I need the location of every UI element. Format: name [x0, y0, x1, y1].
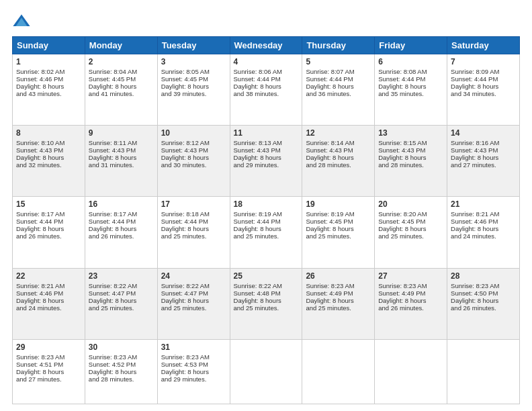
- day-info: Sunrise: 8:10 AM: [16, 139, 81, 146]
- day-info: and 25 minutes.: [161, 232, 226, 240]
- day-info: Sunrise: 8:17 AM: [16, 210, 81, 218]
- day-info: and 28 minutes.: [378, 161, 443, 169]
- day-info: Sunrise: 8:23 AM: [16, 353, 81, 361]
- day-info: and 36 minutes.: [306, 90, 371, 97]
- day-info: Daylight: 8 hours: [451, 225, 516, 232]
- day-info: Sunset: 4:47 PM: [89, 289, 154, 297]
- day-info: Sunset: 4:44 PM: [16, 218, 81, 225]
- day-number: 27: [378, 271, 443, 281]
- day-info: Sunset: 4:50 PM: [451, 289, 516, 297]
- day-info: and 41 minutes.: [89, 90, 154, 97]
- logo-icon: [12, 12, 31, 31]
- day-info: Sunrise: 8:22 AM: [89, 282, 154, 289]
- day-info: Daylight: 8 hours: [16, 225, 81, 232]
- day-info: Daylight: 8 hours: [161, 297, 226, 304]
- day-info: Sunset: 4:45 PM: [378, 218, 443, 225]
- day-number: 3: [161, 57, 226, 66]
- table-row: 30Sunrise: 8:23 AMSunset: 4:52 PMDayligh…: [85, 339, 157, 404]
- header: [12, 12, 520, 31]
- day-info: Daylight: 8 hours: [89, 225, 154, 232]
- table-row: 10Sunrise: 8:12 AMSunset: 4:43 PMDayligh…: [157, 126, 230, 197]
- table-row: 31Sunrise: 8:23 AMSunset: 4:53 PMDayligh…: [157, 339, 230, 404]
- day-info: Sunset: 4:45 PM: [89, 75, 154, 83]
- table-row: 22Sunrise: 8:21 AMSunset: 4:46 PMDayligh…: [13, 268, 85, 339]
- day-info: Sunset: 4:44 PM: [89, 218, 154, 225]
- day-info: Sunset: 4:43 PM: [16, 146, 81, 154]
- calendar-week-1: 1Sunrise: 8:02 AMSunset: 4:46 PMDaylight…: [13, 54, 520, 126]
- logo: [12, 12, 34, 31]
- day-info: Sunset: 4:47 PM: [161, 289, 226, 297]
- day-info: Sunset: 4:52 PM: [89, 361, 154, 368]
- table-row: 5Sunrise: 8:07 AMSunset: 4:44 PMDaylight…: [302, 54, 375, 126]
- day-info: Daylight: 8 hours: [16, 83, 81, 90]
- day-info: and 35 minutes.: [378, 90, 443, 97]
- day-info: Sunrise: 8:18 AM: [161, 210, 226, 218]
- day-info: and 27 minutes.: [451, 161, 516, 169]
- day-number: 28: [451, 271, 516, 281]
- day-number: 22: [16, 271, 81, 281]
- col-wednesday: Wednesday: [230, 37, 302, 54]
- day-info: Sunset: 4:43 PM: [161, 146, 226, 154]
- table-row: 4Sunrise: 8:06 AMSunset: 4:44 PMDaylight…: [230, 54, 302, 126]
- day-info: and 43 minutes.: [16, 90, 81, 97]
- day-number: 16: [89, 199, 154, 209]
- table-row: 14Sunrise: 8:16 AMSunset: 4:43 PMDayligh…: [447, 126, 520, 197]
- day-info: Daylight: 8 hours: [16, 368, 81, 375]
- day-info: Sunrise: 8:17 AM: [89, 210, 154, 218]
- day-info: and 26 minutes.: [378, 304, 443, 312]
- table-row: 25Sunrise: 8:22 AMSunset: 4:48 PMDayligh…: [230, 268, 302, 339]
- day-info: and 31 minutes.: [89, 161, 154, 169]
- day-info: and 28 minutes.: [306, 161, 371, 169]
- day-info: Daylight: 8 hours: [451, 297, 516, 304]
- day-info: Daylight: 8 hours: [306, 154, 371, 161]
- day-info: and 26 minutes.: [451, 304, 516, 312]
- calendar-header-row: Sunday Monday Tuesday Wednesday Thursday…: [13, 37, 520, 54]
- day-info: Sunrise: 8:23 AM: [378, 282, 443, 289]
- day-number: 2: [89, 57, 154, 66]
- day-info: and 25 minutes.: [234, 304, 299, 312]
- day-info: Sunset: 4:53 PM: [161, 361, 226, 368]
- day-info: Daylight: 8 hours: [234, 225, 299, 232]
- day-number: 24: [161, 271, 226, 281]
- table-row: 9Sunrise: 8:11 AMSunset: 4:43 PMDaylight…: [85, 126, 157, 197]
- table-row: 29Sunrise: 8:23 AMSunset: 4:51 PMDayligh…: [13, 339, 85, 404]
- day-info: and 34 minutes.: [451, 90, 516, 97]
- table-row: 26Sunrise: 8:23 AMSunset: 4:49 PMDayligh…: [302, 268, 375, 339]
- day-number: 29: [16, 342, 81, 352]
- day-info: and 29 minutes.: [161, 375, 226, 383]
- day-info: Sunset: 4:43 PM: [234, 146, 299, 154]
- day-info: Sunrise: 8:04 AM: [89, 68, 154, 75]
- table-row: 2Sunrise: 8:04 AMSunset: 4:45 PMDaylight…: [85, 54, 157, 126]
- day-info: Daylight: 8 hours: [306, 225, 371, 232]
- day-number: 8: [16, 128, 81, 138]
- day-info: Sunrise: 8:12 AM: [161, 139, 226, 146]
- day-info: and 28 minutes.: [89, 375, 154, 383]
- day-info: Sunset: 4:46 PM: [451, 218, 516, 225]
- day-number: 1: [16, 57, 81, 66]
- day-number: 17: [161, 199, 226, 209]
- day-info: Daylight: 8 hours: [89, 83, 154, 90]
- day-number: 7: [451, 57, 516, 66]
- day-info: Daylight: 8 hours: [234, 297, 299, 304]
- table-row: 6Sunrise: 8:08 AMSunset: 4:44 PMDaylight…: [375, 54, 447, 126]
- day-info: and 24 minutes.: [16, 304, 81, 312]
- calendar-week-3: 15Sunrise: 8:17 AMSunset: 4:44 PMDayligh…: [13, 197, 520, 268]
- day-info: Daylight: 8 hours: [378, 297, 443, 304]
- day-number: 14: [451, 128, 516, 138]
- table-row: 12Sunrise: 8:14 AMSunset: 4:43 PMDayligh…: [302, 126, 375, 197]
- day-info: Sunset: 4:44 PM: [378, 75, 443, 83]
- day-info: Daylight: 8 hours: [161, 368, 226, 375]
- day-info: and 29 minutes.: [234, 161, 299, 169]
- day-number: 23: [89, 271, 154, 281]
- table-row: 20Sunrise: 8:20 AMSunset: 4:45 PMDayligh…: [375, 197, 447, 268]
- table-row: [375, 339, 447, 404]
- day-number: 13: [378, 128, 443, 138]
- day-info: Sunset: 4:46 PM: [16, 75, 81, 83]
- table-row: 17Sunrise: 8:18 AMSunset: 4:44 PMDayligh…: [157, 197, 230, 268]
- day-info: Sunset: 4:46 PM: [16, 289, 81, 297]
- day-info: Sunrise: 8:23 AM: [89, 353, 154, 361]
- day-info: Daylight: 8 hours: [89, 368, 154, 375]
- day-number: 18: [234, 199, 299, 209]
- day-number: 26: [306, 271, 371, 281]
- day-info: Sunset: 4:45 PM: [306, 218, 371, 225]
